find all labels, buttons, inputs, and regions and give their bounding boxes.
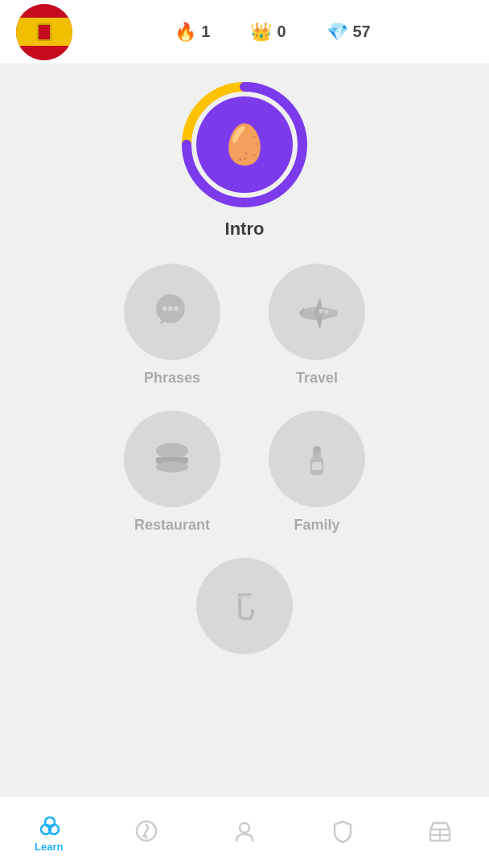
- shop-icon: [427, 818, 453, 844]
- svg-point-6: [174, 306, 179, 311]
- skills-grid: Phrases: [0, 264, 489, 680]
- streak-stat: 🔥 1: [175, 22, 210, 43]
- egg-icon: 🥚: [220, 122, 269, 167]
- profile-icon: [232, 818, 257, 844]
- svg-point-19: [313, 446, 321, 452]
- skill-clothing[interactable]: [196, 558, 293, 664]
- crown-icon: 👑: [250, 22, 272, 43]
- svg-marker-11: [314, 313, 323, 330]
- skill-travel[interactable]: Travel: [269, 264, 365, 387]
- svg-point-13: [319, 309, 323, 313]
- skills-row-1: Phrases: [48, 264, 441, 387]
- svg-point-16: [156, 461, 188, 473]
- family-circle: [269, 411, 365, 507]
- skills-row-2: Restaurant Family: [48, 411, 441, 534]
- svg-point-8: [328, 309, 338, 317]
- svg-rect-21: [238, 593, 251, 596]
- practice-icon: [134, 818, 159, 844]
- skill-family[interactable]: Family: [269, 411, 365, 534]
- restaurant-circle: [124, 411, 220, 507]
- league-value: 0: [277, 23, 286, 41]
- header: 🔥 1 👑 0 💎 57: [0, 0, 489, 64]
- phrases-label: Phrases: [144, 370, 200, 387]
- skill-phrases[interactable]: Phrases: [124, 264, 220, 387]
- main-content: 🥚 Intro Phrases: [0, 64, 489, 796]
- svg-point-4: [162, 306, 167, 311]
- phrases-icon: [148, 288, 196, 336]
- skills-row-3: [48, 558, 441, 664]
- learn-label: Learn: [35, 841, 63, 853]
- intro-section[interactable]: 🥚 Intro: [180, 80, 309, 240]
- stats-container: 🔥 1 👑 0 💎 57: [72, 22, 473, 43]
- nav-practice[interactable]: [98, 818, 196, 847]
- spain-flag: [16, 4, 72, 60]
- restaurant-icon: [148, 435, 196, 483]
- skill-restaurant[interactable]: Restaurant: [124, 411, 220, 534]
- restaurant-label: Restaurant: [134, 517, 210, 534]
- intro-circle: 🥚: [196, 96, 293, 193]
- nav-learn[interactable]: Learn: [0, 812, 98, 853]
- svg-rect-22: [238, 597, 251, 599]
- travel-label: Travel: [296, 370, 338, 387]
- travel-circle: [269, 264, 365, 360]
- avatar[interactable]: [16, 4, 72, 60]
- gems-stat: 💎 57: [327, 22, 371, 43]
- family-icon: [293, 435, 341, 483]
- streak-value: 1: [201, 23, 210, 41]
- intro-label: Intro: [225, 219, 265, 240]
- gem-icon: 💎: [327, 22, 348, 43]
- clothing-icon: [220, 582, 269, 630]
- league-stat: 👑 0: [250, 22, 286, 43]
- flag-avatar: [16, 4, 72, 60]
- nav-shop[interactable]: [391, 818, 489, 847]
- travel-icon: [291, 286, 343, 338]
- svg-point-12: [325, 310, 329, 314]
- gems-value: 57: [353, 23, 371, 41]
- nav-profile[interactable]: [195, 818, 294, 847]
- svg-rect-20: [312, 462, 322, 470]
- svg-point-5: [168, 306, 173, 311]
- nav-shield[interactable]: [294, 818, 392, 847]
- fire-icon: 🔥: [175, 22, 196, 43]
- svg-point-27: [240, 823, 249, 833]
- family-label: Family: [294, 517, 339, 534]
- svg-point-14: [156, 443, 188, 459]
- clothing-circle: [196, 558, 293, 654]
- phrases-circle: [124, 264, 220, 360]
- shield-icon: [330, 818, 355, 844]
- learn-icon: [36, 812, 62, 837]
- progress-ring-container: 🥚: [180, 80, 309, 209]
- bottom-nav: Learn: [0, 796, 489, 868]
